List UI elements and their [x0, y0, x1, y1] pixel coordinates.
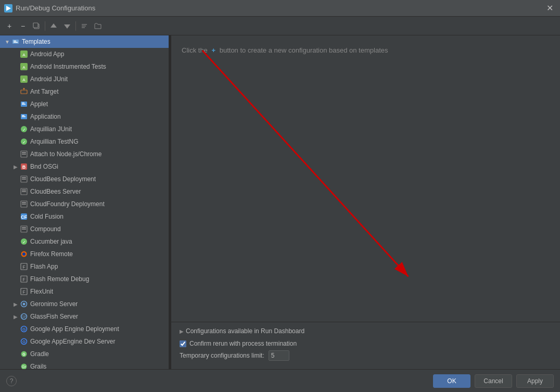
cancel-button[interactable]: Cancel: [475, 374, 512, 388]
confirm-rerun-checkbox[interactable]: [180, 340, 186, 347]
confirm-rerun-label[interactable]: Confirm rerun with process termination: [189, 340, 297, 347]
svg-rect-37: [22, 177, 26, 178]
tree-item-flash-app[interactable]: F Flash App: [0, 260, 169, 273]
cloudfoundry-deployment-label: CloudFoundry Deployment: [30, 200, 105, 208]
folder-icon: [94, 22, 101, 30]
configurations-section[interactable]: ▶ Configurations available in Run Dashbo…: [180, 327, 552, 335]
confirm-rerun-row: Confirm rerun with process termination: [180, 340, 552, 347]
svg-text:✓: ✓: [22, 240, 26, 245]
tree-item-firefox-remote[interactable]: Firefox Remote: [0, 248, 169, 260]
glassfish-server-icon: GF: [20, 312, 28, 321]
svg-point-61: [23, 303, 26, 306]
help-button[interactable]: ?: [6, 376, 17, 386]
svg-rect-38: [22, 179, 26, 180]
tree-item-arquillian-junit[interactable]: ✓ Arquillian JUnit: [0, 123, 169, 135]
tree-item-cold-fusion[interactable]: CF Cold Fusion: [0, 210, 169, 223]
cloudbees-deployment-icon: [20, 175, 28, 183]
compound-label: Compound: [30, 225, 61, 233]
svg-rect-41: [22, 191, 26, 192]
move-up-button[interactable]: [47, 20, 60, 32]
application-icon: [20, 112, 28, 121]
tree-item-bnd-osgi[interactable]: ▶ B Bnd OSGi: [0, 160, 169, 173]
tree-item-ant-target[interactable]: Ant Target: [0, 85, 169, 98]
tree-item-flash-remote-debug[interactable]: F Flash Remote Debug: [0, 273, 169, 285]
tree-item-android-app[interactable]: A Android App: [0, 48, 169, 60]
tree-container[interactable]: ▼ Templates A Android App A Android In: [0, 35, 169, 369]
tree-item-glassfish-server[interactable]: ▶ GF GlassFish Server: [0, 310, 169, 323]
glassfish-server-label: GlassFish Server: [30, 313, 78, 320]
grails-icon: Gr: [20, 362, 28, 369]
sort-button[interactable]: [78, 20, 91, 32]
move-down-button[interactable]: [61, 20, 73, 32]
temp-config-label: Temporary configurations limit:: [180, 352, 264, 359]
cold-fusion-icon: CF: [20, 212, 28, 221]
svg-rect-3: [33, 23, 38, 28]
remove-button[interactable]: −: [17, 20, 29, 32]
title-bar: Run/Debug Configurations ✕: [0, 0, 560, 17]
svg-text:A: A: [22, 78, 26, 82]
arquillian-testng-icon: ✓: [20, 137, 28, 146]
tree-item-flexunit[interactable]: F FlexUnit: [0, 285, 169, 298]
tree-items: A Android App A Android Instrumented Tes…: [0, 48, 169, 369]
tree-item-cloudbees-deployment[interactable]: CloudBees Deployment: [0, 173, 169, 185]
svg-rect-23: [22, 104, 26, 105]
app-icon: [4, 4, 12, 12]
add-button[interactable]: +: [3, 20, 16, 32]
svg-rect-18: [21, 90, 27, 94]
tree-item-applet[interactable]: Applet: [0, 98, 169, 110]
tree-item-application[interactable]: Application: [0, 110, 169, 123]
tree-item-geronimo-server[interactable]: ▶ Geronimo Server: [0, 298, 169, 310]
android-app-icon: A: [20, 50, 28, 58]
tree-item-arquillian-testng[interactable]: ✓ Arquillian TestNG: [0, 135, 169, 148]
tree-item-android-instrumented-tests[interactable]: A Android Instrumented Tests: [0, 60, 169, 73]
android-app-label: Android App: [30, 50, 64, 58]
expand-arrow: ▼: [4, 39, 10, 45]
svg-text:✓: ✓: [22, 128, 26, 132]
collapsible-arrow-icon: ▶: [180, 328, 184, 334]
google-appengine-deployment-label: Google App Engine Deployment: [30, 325, 119, 333]
firefox-remote-icon: [20, 250, 28, 258]
templates-icon: [11, 37, 20, 46]
flexunit-icon: F: [20, 287, 28, 296]
tree-item-google-appengine-dev[interactable]: G Google AppEngine Dev Server: [0, 335, 169, 348]
collapse-arrow: ▶: [12, 301, 19, 307]
tree-item-gradle[interactable]: G Gradle: [0, 348, 169, 360]
google-appengine-dev-icon: G: [20, 337, 28, 346]
ok-button[interactable]: OK: [433, 374, 470, 388]
tree-item-attach-nodejs-chrome[interactable]: Attach to Node.js/Chrome: [0, 148, 169, 160]
tree-item-cucumber-java[interactable]: ✓ Cucumber java: [0, 235, 169, 248]
geronimo-server-label: Geronimo Server: [30, 300, 78, 308]
flash-remote-debug-label: Flash Remote Debug: [30, 275, 89, 283]
svg-rect-33: [22, 154, 26, 155]
templates-label: Templates: [22, 38, 50, 45]
tree-item-android-junit[interactable]: A Android JUnit: [0, 73, 169, 85]
tree-item-cloudbees-server[interactable]: CloudBees Server: [0, 185, 169, 198]
temp-config-input[interactable]: [269, 350, 289, 361]
flexunit-label: FlexUnit: [30, 288, 53, 295]
close-button[interactable]: ✕: [543, 2, 556, 15]
svg-rect-22: [22, 103, 24, 104]
applet-label: Applet: [30, 100, 48, 108]
gradle-label: Gradle: [30, 350, 49, 358]
svg-rect-10: [14, 41, 16, 42]
geronimo-server-icon: [20, 300, 28, 308]
cold-fusion-label: Cold Fusion: [30, 213, 63, 220]
svg-rect-9: [12, 40, 19, 44]
tree-item-grails[interactable]: Gr Grails: [0, 360, 169, 369]
left-panel: ▼ Templates A Android App A Android In: [0, 35, 169, 369]
svg-line-81: [202, 50, 409, 276]
apply-button[interactable]: Apply: [516, 374, 554, 388]
application-label: Application: [30, 113, 61, 120]
tree-item-templates[interactable]: ▼ Templates: [0, 35, 169, 48]
svg-text:G: G: [22, 327, 26, 332]
tree-item-compound[interactable]: Compound: [0, 223, 169, 235]
copy-button[interactable]: [30, 20, 43, 32]
folder-button[interactable]: [92, 20, 104, 32]
flash-app-icon: F: [20, 262, 28, 271]
tree-item-google-appengine-deployment[interactable]: G Google App Engine Deployment: [0, 323, 169, 335]
tree-item-cloudfoundry-deployment[interactable]: CloudFoundry Deployment: [0, 198, 169, 210]
android-junit-icon: A: [20, 75, 28, 83]
cloudbees-deployment-label: CloudBees Deployment: [30, 175, 96, 183]
svg-rect-40: [22, 189, 26, 191]
configurations-label: Configurations available in Run Dashboar…: [186, 327, 304, 335]
